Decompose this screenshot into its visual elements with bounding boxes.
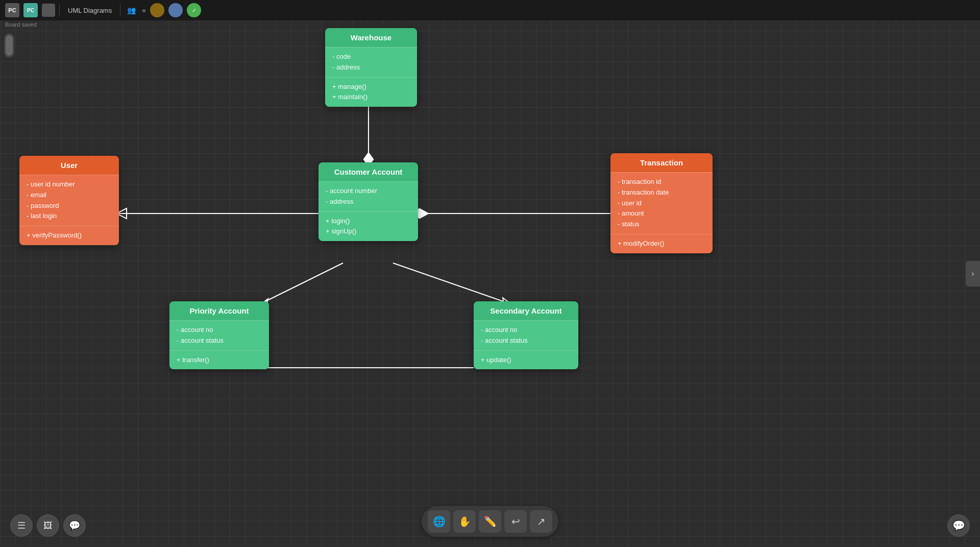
hand-button[interactable]: ✋: [453, 510, 476, 533]
customer-account-methods: + login()+ signUp(): [318, 211, 418, 242]
top-toolbar: PC PC UML Diagrams 👥 « ✓: [0, 0, 980, 20]
board-title: UML Diagrams: [68, 7, 112, 14]
transaction-title: Transaction: [610, 153, 713, 172]
avatar-1[interactable]: [150, 3, 164, 17]
connection-lines: [0, 0, 980, 547]
logo-pc[interactable]: PC: [23, 3, 38, 17]
customer-account-attributes: - account number- address: [318, 181, 418, 211]
left-bottom-icons: ☰ 🖼 💬: [10, 514, 86, 537]
priority-account-attributes: - account no- account status: [169, 320, 269, 350]
share-button[interactable]: ↗: [530, 510, 552, 533]
globe-button[interactable]: 🌐: [428, 510, 450, 533]
priority-account-title: Priority Account: [169, 301, 269, 320]
secondary-account-methods: + update(): [474, 350, 578, 370]
divider2: [120, 4, 120, 16]
logo-box[interactable]: PC: [5, 3, 19, 17]
chat-button[interactable]: 💬: [947, 514, 970, 537]
zoom-bar: [4, 33, 14, 58]
comment-icon-button[interactable]: 💬: [63, 514, 86, 537]
avatar-2[interactable]: [168, 3, 183, 17]
divider1: [59, 4, 60, 16]
bottom-center-toolbar: 🌐 ✋ ✏️ ↩ ↗: [422, 506, 558, 537]
user-title: User: [19, 156, 119, 175]
svg-line-8: [393, 263, 510, 304]
secondary-account-attributes: - account no- account status: [474, 320, 578, 350]
pencil-button[interactable]: ✏️: [479, 510, 501, 533]
warehouse-title: Warehouse: [325, 28, 417, 47]
undo-button[interactable]: ↩: [504, 510, 527, 533]
secondary-account-title: Secondary Account: [474, 301, 578, 320]
customer-account-title: Customer Account: [318, 162, 418, 181]
avatar-3[interactable]: ✓: [187, 3, 201, 17]
right-collapse-button[interactable]: ›: [966, 261, 980, 287]
svg-line-6: [260, 263, 343, 304]
menu-box[interactable]: [42, 4, 55, 17]
user-attributes: - user id number- email- password- last …: [19, 175, 119, 226]
image-icon-button[interactable]: 🖼: [37, 514, 59, 537]
customer-account-box[interactable]: Customer Account - account number- addre…: [318, 162, 418, 241]
warehouse-attributes: - code- address: [325, 47, 417, 77]
priority-account-box[interactable]: Priority Account - account no- account s…: [169, 301, 269, 369]
list-icon-button[interactable]: ☰: [10, 514, 33, 537]
chevron-left-icon[interactable]: «: [142, 6, 146, 14]
transaction-box[interactable]: Transaction - transaction id- transactio…: [610, 153, 713, 253]
priority-account-methods: + transfer(): [169, 350, 269, 370]
board-saved-label: Board saved: [5, 21, 37, 28]
user-methods: + verifyPassword(): [19, 226, 119, 245]
transaction-attributes: - transaction id- transaction date- user…: [610, 172, 713, 234]
transaction-methods: + modifyOrder(): [610, 234, 713, 253]
people-icon[interactable]: 👥: [125, 4, 138, 17]
user-box[interactable]: User - user id number- email- password- …: [19, 156, 119, 245]
warehouse-box[interactable]: Warehouse - code- address + manage()+ ma…: [325, 28, 417, 107]
zoom-handle[interactable]: [6, 35, 13, 56]
warehouse-methods: + manage()+ maintain(): [325, 77, 417, 107]
secondary-account-box[interactable]: Secondary Account - account no- account …: [474, 301, 578, 369]
